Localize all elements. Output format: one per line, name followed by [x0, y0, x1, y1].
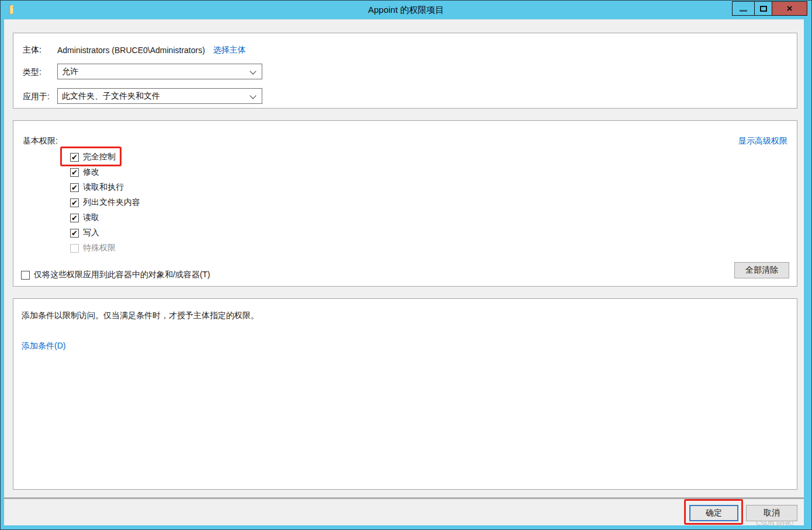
checkbox-icon: ✔ [70, 198, 79, 207]
type-dropdown-value: 允许 [62, 67, 78, 76]
permission-checkbox-modify[interactable]: ✔修改 [70, 166, 99, 178]
basic-permissions-heading: 基本权限: [23, 136, 58, 147]
applies-to-label: 应用于: [23, 92, 50, 102]
close-icon: × [787, 4, 793, 13]
applies-to-dropdown-value: 此文件夹、子文件夹和文件 [62, 91, 160, 100]
type-label: 类型: [23, 67, 41, 78]
applies-to-dropdown[interactable]: 此文件夹、子文件夹和文件 [57, 88, 262, 104]
type-dropdown[interactable]: 允许 [57, 64, 262, 79]
close-button[interactable]: × [772, 1, 807, 16]
window-controls: × [732, 1, 807, 16]
permission-checkbox-special: 特殊权限 [70, 242, 116, 254]
apply-scope-checkbox[interactable]: 仅将这些权限应用到此容器中的对象和/或容器(T) [21, 269, 210, 281]
chevron-down-icon [249, 92, 256, 99]
permission-checkbox-read-execute[interactable]: ✔读取和执行 [70, 182, 124, 193]
principal-section: 主体: Administrators (BRUCE0\Administrator… [13, 33, 797, 109]
select-principal-link[interactable]: 选择主体 [213, 45, 246, 55]
minimize-button[interactable] [732, 1, 754, 16]
watermark: CSDN @HK! [756, 519, 793, 526]
checkbox-icon: ✔ [70, 153, 79, 162]
permission-checkbox-full-control[interactable]: ✔完全控制 [70, 151, 116, 163]
minimize-icon [740, 10, 747, 12]
permission-checkbox-write[interactable]: ✔写入 [70, 227, 99, 239]
checkbox-icon [21, 271, 30, 280]
add-condition-link[interactable]: 添加条件(D) [22, 341, 65, 351]
chevron-down-icon [249, 68, 256, 74]
permission-checkbox-read[interactable]: ✔读取 [70, 212, 99, 224]
window-title: Appoint 的权限项目 [0, 0, 812, 19]
principal-value: Administrators (BRUCE0\Administrators) [57, 46, 205, 55]
permission-checkbox-list-folder[interactable]: ✔列出文件夹内容 [70, 197, 140, 208]
checkbox-icon: ✔ [70, 168, 79, 177]
maximize-icon [760, 6, 767, 12]
cancel-button[interactable]: 取消 [746, 505, 797, 521]
checkbox-icon [70, 244, 79, 253]
checkbox-icon: ✔ [70, 229, 79, 238]
permission-entry-dialog: Appoint 的权限项目 × 主体: Administrators (BRUC… [0, 0, 812, 530]
checkbox-icon: ✔ [70, 214, 79, 222]
principal-label: 主体: [23, 45, 57, 55]
checkbox-icon: ✔ [70, 183, 79, 192]
show-advanced-permissions-link[interactable]: 显示高级权限 [738, 136, 787, 147]
clear-all-button[interactable]: 全部清除 [734, 262, 789, 278]
dialog-content: 主体: Administrators (BRUCE0\Administrator… [4, 19, 804, 525]
maximize-button[interactable] [754, 1, 772, 16]
basic-permissions-section: 基本权限: 显示高级权限 ✔完全控制 ✔修改 ✔读取和执行 ✔列出文件夹内容 ✔… [13, 120, 797, 287]
conditions-section: 添加条件以限制访问。仅当满足条件时，才授予主体指定的权限。 添加条件(D) [13, 298, 797, 490]
ok-button[interactable]: 确定 [689, 505, 738, 521]
footer-separator [4, 497, 804, 499]
titlebar[interactable]: Appoint 的权限项目 × [0, 0, 812, 19]
conditions-description: 添加条件以限制访问。仅当满足条件时，才授予主体指定的权限。 [22, 311, 259, 321]
